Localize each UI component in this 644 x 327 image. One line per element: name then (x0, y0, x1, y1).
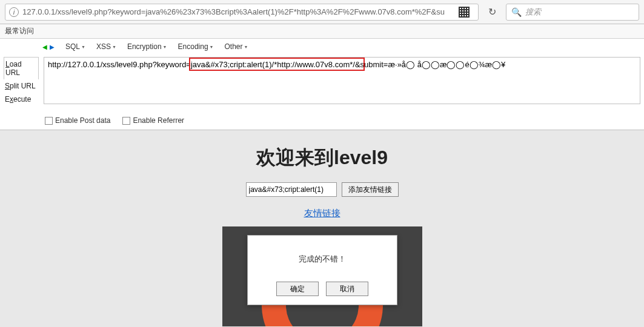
url-bar[interactable]: i 127.0.0.1/xss/level9.php?keyword=java%… (5, 4, 479, 21)
info-icon[interactable]: i (9, 7, 19, 17)
forward-icon[interactable]: ▶ (50, 44, 55, 50)
enable-referrer-checkbox[interactable]: Enable Referrer (122, 116, 184, 125)
load-url-button[interactable]: Load URL (4, 57, 39, 79)
reload-icon[interactable]: ↻ (488, 6, 496, 18)
browser-address-bar: i 127.0.0.1/xss/level9.php?keyword=java%… (0, 0, 644, 24)
hackbar-menu: ◀ ▶ SQL▼ XSS▼ Encryption▼ Encoding▼ Othe… (0, 39, 644, 54)
page-title: 欢迎来到level9 (0, 130, 644, 171)
friend-link[interactable]: 友情链接 (0, 208, 644, 219)
checkbox-icon (122, 117, 130, 125)
alert-dialog: 完成的不错！ 确定 取消 (247, 235, 397, 305)
menu-sql[interactable]: SQL▼ (65, 42, 85, 51)
split-url-button[interactable]: Split URL (4, 79, 39, 93)
hackbar-panel: ◀ ▶ SQL▼ XSS▼ Encryption▼ Encoding▼ Othe… (0, 39, 644, 130)
hackbar-sidebar: Load URL Split URL Execute (4, 57, 39, 107)
dialog-cancel-button[interactable]: 取消 (326, 282, 368, 296)
search-placeholder: 搜索 (525, 7, 541, 18)
menu-encryption[interactable]: Encryption▼ (127, 42, 167, 51)
back-icon[interactable]: ◀ (42, 44, 47, 50)
form-row: 添加友情链接 (0, 182, 644, 197)
checkbox-icon (45, 117, 53, 125)
menu-encoding[interactable]: Encoding▼ (178, 42, 214, 51)
search-bar[interactable]: 🔍 搜索 (506, 4, 639, 21)
dialog-message: 完成的不错！ (248, 236, 397, 282)
qr-icon[interactable] (459, 7, 470, 18)
hackbar-textarea[interactable] (44, 57, 640, 104)
menu-other[interactable]: Other▼ (225, 42, 248, 51)
execute-button[interactable]: Execute (4, 93, 39, 106)
hackbar-nav-arrows: ◀ ▶ (42, 44, 55, 50)
bookmark-most-visited[interactable]: 最常访问 (5, 26, 34, 36)
url-text: 127.0.0.1/xss/level9.php?keyword=java%26… (22, 7, 454, 16)
submit-button[interactable]: 添加友情链接 (342, 182, 399, 197)
enable-post-checkbox[interactable]: Enable Post data (45, 116, 110, 125)
search-icon: 🔍 (511, 7, 522, 17)
keyword-input[interactable] (246, 182, 337, 197)
dialog-ok-button[interactable]: 确定 (276, 282, 319, 296)
bookmarks-bar: 最常访问 (0, 24, 644, 39)
menu-xss[interactable]: XSS▼ (96, 42, 116, 51)
